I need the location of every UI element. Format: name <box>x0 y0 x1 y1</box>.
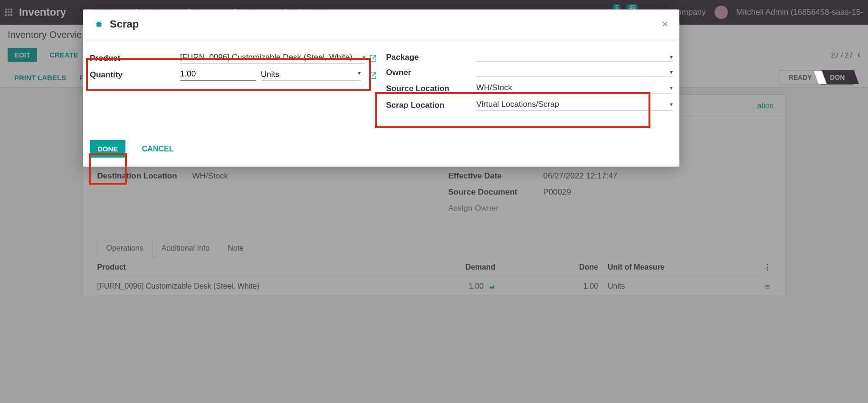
product-value: [FURN_0096] Customizable Desk (Steel, Wh… <box>180 53 353 62</box>
source-location-label: Source Location <box>386 84 477 94</box>
quantity-label: Quantity <box>90 70 180 80</box>
scrap-modal: Scrap × Product [FURN_0096] Customizable… <box>83 9 679 167</box>
chevron-down-icon[interactable]: ▾ <box>358 70 361 79</box>
chevron-down-icon[interactable]: ▾ <box>362 54 365 61</box>
unit-field[interactable]: Units ▾ <box>261 70 361 81</box>
source-location-value: WH/Stock <box>477 83 513 93</box>
chevron-down-icon[interactable]: ▾ <box>670 101 673 108</box>
quantity-input[interactable]: 1.00 <box>180 69 256 81</box>
chevron-down-icon[interactable]: ▾ <box>670 69 673 75</box>
package-label: Package <box>386 53 477 62</box>
chevron-down-icon[interactable]: ▾ <box>670 84 673 91</box>
scrap-location-field[interactable]: Virtual Locations/Scrap ▾ <box>477 100 673 111</box>
modal-title: Scrap <box>110 18 139 30</box>
chevron-down-icon[interactable]: ▾ <box>670 54 673 60</box>
cancel-button[interactable]: CANCEL <box>134 140 182 158</box>
scrap-location-label: Scrap Location <box>386 101 477 110</box>
scrap-location-value: Virtual Locations/Scrap <box>477 100 560 109</box>
bug-icon[interactable] <box>95 19 103 29</box>
product-label: Product <box>90 54 180 63</box>
product-field[interactable]: [FURN_0096] Customizable Desk (Steel, Wh… <box>180 53 365 64</box>
done-button[interactable]: DONE <box>90 140 125 158</box>
package-field[interactable]: ▾ <box>477 54 673 62</box>
owner-label: Owner <box>386 68 477 77</box>
close-icon[interactable]: × <box>662 18 668 30</box>
source-location-field[interactable]: WH/Stock ▾ <box>477 83 673 94</box>
external-link-icon[interactable] <box>369 54 377 63</box>
unit-value: Units <box>261 70 279 79</box>
owner-field[interactable]: ▾ <box>477 69 673 77</box>
external-link-icon[interactable] <box>369 70 377 80</box>
